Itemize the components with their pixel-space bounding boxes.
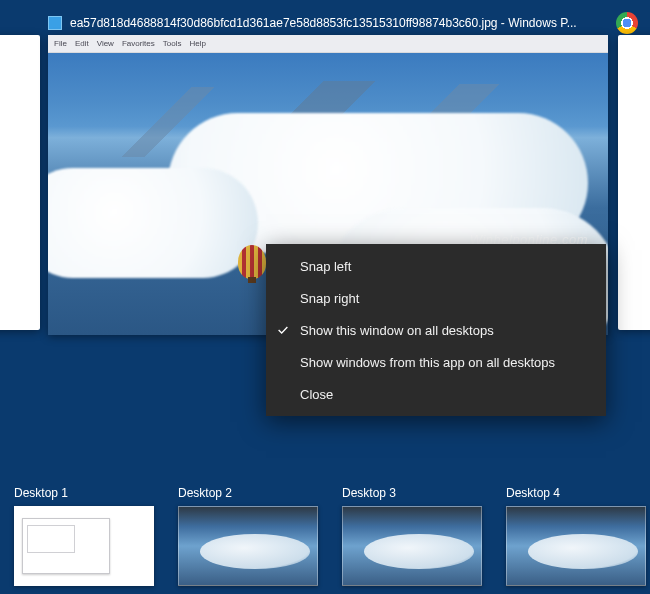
menu-item[interactable]: Tools: [163, 39, 182, 48]
menu-item[interactable]: File: [54, 39, 67, 48]
menu-snap-left[interactable]: Snap left: [266, 250, 606, 282]
menu-label: Snap right: [300, 291, 359, 306]
window-thumbnail-left[interactable]: [0, 35, 40, 330]
app-icon: [48, 16, 62, 30]
desktop-tile-1[interactable]: Desktop 1: [14, 486, 154, 586]
menu-show-app-all-desktops[interactable]: Show windows from this app on all deskto…: [266, 346, 606, 378]
menu-show-window-all-desktops[interactable]: Show this window on all desktops: [266, 314, 606, 346]
desktop-thumbnail: [178, 506, 318, 586]
desktop-thumbnail: [14, 506, 154, 586]
desktop-tile-4[interactable]: Desktop 4: [506, 486, 646, 586]
desktop-label: Desktop 1: [14, 486, 154, 500]
checkmark-icon: [276, 323, 290, 337]
desktop-thumbnail: [506, 506, 646, 586]
desktop-label: Desktop 3: [342, 486, 482, 500]
desktop-label: Desktop 4: [506, 486, 646, 500]
desktop-label: Desktop 2: [178, 486, 318, 500]
desktop-tile-2[interactable]: Desktop 2: [178, 486, 318, 586]
menu-label: Close: [300, 387, 333, 402]
menu-label: Snap left: [300, 259, 351, 274]
hot-air-balloon: [238, 245, 266, 279]
window-titlebar: ea57d818d4688814f30d86bfcd1d361ae7e58d88…: [48, 12, 608, 34]
chrome-icon[interactable]: [616, 12, 638, 34]
desktop-tile-3[interactable]: Desktop 3: [342, 486, 482, 586]
menu-item[interactable]: Help: [189, 39, 205, 48]
task-view-area: ea57d818d4688814f30d86bfcd1d361ae7e58d88…: [0, 0, 650, 455]
menu-label: Show windows from this app on all deskto…: [300, 355, 555, 370]
window-thumbnail-right[interactable]: [618, 35, 650, 330]
menu-label: Show this window on all desktops: [300, 323, 494, 338]
menubar: File Edit View Favorites Tools Help: [48, 35, 608, 53]
context-menu: Snap left Snap right Show this window on…: [266, 244, 606, 416]
menu-item[interactable]: View: [97, 39, 114, 48]
menu-close[interactable]: Close: [266, 378, 606, 410]
virtual-desktop-strip: Desktop 1 Desktop 2 Desktop 3 Desktop 4: [0, 464, 650, 594]
menu-item[interactable]: Favorites: [122, 39, 155, 48]
menu-snap-right[interactable]: Snap right: [266, 282, 606, 314]
desktop-thumbnail: [342, 506, 482, 586]
menu-item[interactable]: Edit: [75, 39, 89, 48]
window-title: ea57d818d4688814f30d86bfcd1d361ae7e58d88…: [70, 16, 608, 30]
